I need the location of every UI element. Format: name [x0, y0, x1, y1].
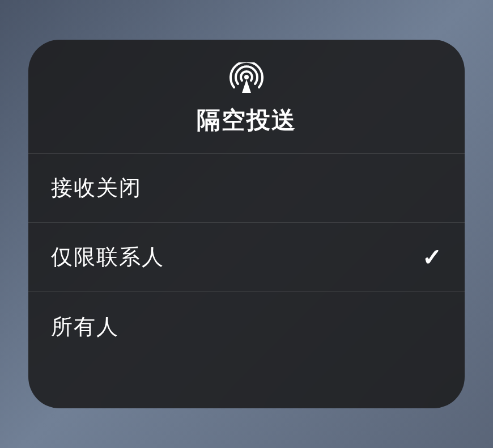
panel-title: 隔空投送	[197, 104, 296, 136]
airdrop-panel: 隔空投送 接收关闭 ✓ 仅限联系人 ✓ 所有人 ✓	[28, 40, 465, 408]
option-everyone[interactable]: 所有人 ✓	[28, 292, 465, 361]
option-label: 仅限联系人	[51, 243, 164, 272]
options-list: 接收关闭 ✓ 仅限联系人 ✓ 所有人 ✓	[28, 154, 465, 408]
airdrop-icon	[230, 62, 264, 94]
option-receiving-off[interactable]: 接收关闭 ✓	[28, 154, 465, 223]
option-label: 所有人	[51, 312, 119, 341]
panel-header: 隔空投送	[28, 40, 465, 154]
option-contacts-only[interactable]: 仅限联系人 ✓	[28, 223, 465, 292]
checkmark-icon: ✓	[422, 243, 442, 271]
svg-point-0	[244, 75, 249, 79]
option-label: 接收关闭	[51, 174, 142, 202]
